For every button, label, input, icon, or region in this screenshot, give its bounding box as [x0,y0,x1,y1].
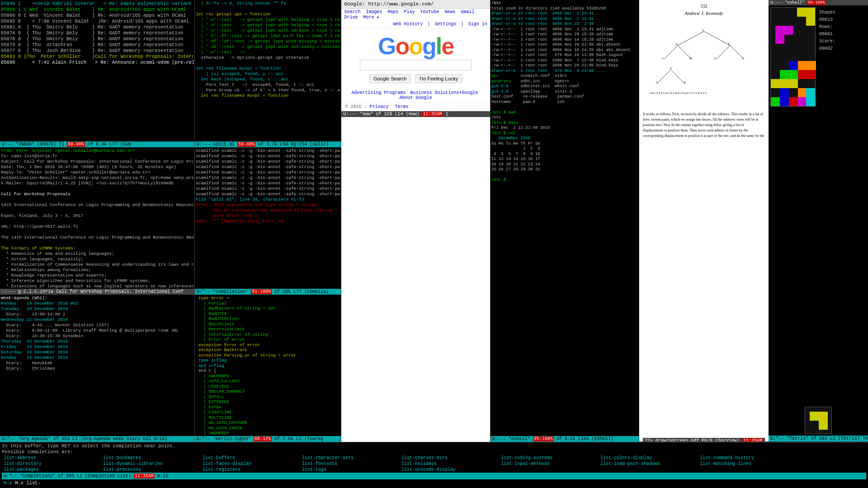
tetris-block-15 [798,61,816,70]
email-pct: 80-90% [67,142,85,147]
tetris-block-7 [789,97,798,106]
agenda-content: Week-agenda (W51): Monday 19 December 20… [0,295,194,436]
completion-list-matching-lines[interactable]: list-matching-lines [698,461,797,467]
google-ad-links: Advertising Programs Business Solutions+… [341,89,490,102]
completion-list-unicode-display[interactable]: list-unicode-display [400,467,499,473]
types-status: U:*-- *merlin-types* 00-12% of 7.6k L1 (… [195,436,341,442]
completion-list-buffers[interactable]: list-buffers [201,455,300,461]
completion-list-command-history[interactable]: list-command-history [698,455,797,461]
google-ad-programs[interactable]: Advertising Programs [351,90,406,95]
logo-g: G [378,33,395,59]
completion-list-load-path-shadows[interactable]: list-load-path-shadows [599,461,698,467]
completion-list-charset-dirs[interactable]: list-charset-dirs [400,455,499,461]
completion-list-tags[interactable]: list-tags [300,467,400,473]
bottom-prompt-line: In this buffer, type RET to select the c… [2,443,866,449]
split-status: U:--- split.ml 59-80% of 3.7k L59 Hg:234… [195,141,341,147]
comp-status-text: U:*-- *compilation* [197,289,251,294]
drawtrees-panel: 532 Andrew J. Kennedy A B E C [639,0,769,441]
tree-svg: A B E C D F G D O Q A B C D [643,18,765,108]
completion-list-fontsets[interactable]: list-fontsets [300,461,400,467]
svg-text:F: F [714,57,716,60]
google-nav-youtube[interactable]: YouTube [420,9,439,14]
completion-list-colors-display[interactable]: list-colors-display [599,455,698,461]
comp-status-end: of 18k L?? (Compila) [272,289,329,294]
tetris-status: U:*-- *Tetris* of 682 L1 (Tetris) Text11… [769,436,868,441]
drawtrees-author: Andrew J. Kennedy [643,10,765,16]
google-nav-drive[interactable]: Drive [344,15,358,20]
tetris-preview [769,405,868,436]
completion-list-abbrevs[interactable]: list-abbrevs [2,455,101,461]
agenda-text: Week-agenda (W51): Monday 19 December 20… [1,296,193,371]
eshell-status: U:--- *eshell* 95-100% of 9.1k L184 (ESh… [491,436,639,442]
svg-text:A: A [702,29,704,32]
completion-list-faces-display[interactable]: list-faces-display [201,461,300,467]
completion-list-packages[interactable]: list-packages [2,467,101,473]
google-signin[interactable]: Sign in [468,22,487,27]
google-nav-news[interactable]: News [445,9,456,14]
types-text: type error = | Partial | BadPattern of s… [196,296,340,436]
tetris-next-piece [805,407,832,434]
svg-line-4 [716,45,730,59]
bottom-info2: Possible completions are: [2,449,73,455]
google-url-bar: Google: http://www.google.com/ [341,0,490,9]
completion-list-coding-systems[interactable]: list-coding-systems [499,455,599,461]
minibuffer-prompt: M-x [4,480,15,486]
email-status-text: U:-- *INBOX* (65876) [1- [2,142,67,147]
drawtrees-body: It works as follows. First, recursively … [643,112,765,139]
panel-email: 65845 1 +nov16 Gabriel Scherer > Re: Emp… [0,0,195,442]
minibuffer-input[interactable]: M-x list- [15,480,41,486]
types-status-text: U:*-- *merlin-types* [197,436,254,441]
svg-text:D: D [689,57,692,60]
google-nav-gmail[interactable]: Gmail [461,9,475,14]
completion-list-bookmarks[interactable]: list-bookmarks [101,455,201,461]
completion-list-processes[interactable]: list-processes [101,467,201,473]
main-area: 65845 1 +nov16 Gabriel Scherer > Re: Emp… [0,0,868,442]
google-nav-more[interactable]: More ▸ [363,15,379,20]
eww-status: U:--- *eww* of 329 L14 (eww) 11:35AM 1 [341,111,490,117]
completions-time: 11:35AM [134,474,155,479]
completion-list-dynamic-libraries[interactable]: list-dynamic-libraries [101,461,201,467]
tetris-panel: U:--- *eshell* 95-100% [769,0,868,441]
panel-google: Google: http://www.google.com/ Search Im… [341,0,490,442]
compilation-status: U:*-- *compilation* 81-100% of 18k L?? (… [195,289,341,295]
top-right: 532 Andrew J. Kennedy A B E C [639,0,868,442]
svg-text:E: E [728,43,730,46]
minibuffer: M-x M-x list- [2,479,866,487]
google-nav-search[interactable]: Search [344,9,360,14]
panel-right: 532 Andrew J. Kennedy A B E C [639,0,868,442]
tetris-rows-label: Rows: [819,23,835,31]
google-lucky-button[interactable]: I'm Feeling Lucky [415,74,462,83]
svg-text:C: C [662,57,664,60]
google-about[interactable]: About Google [400,95,432,100]
google-nav-links[interactable]: Search Images Maps Play YouTube News Gma… [341,9,490,21]
eww-status-text: U:--- *eww* of 329 L14 (eww) [343,112,422,117]
svg-text:B: B [676,43,678,46]
completion-list-directory[interactable]: list-directory [2,461,101,467]
google-nav-images[interactable]: Images [366,9,382,14]
email-detail: From: Peter Schöller <peter.schöller@mar… [1,148,193,289]
completion-list-registers[interactable]: list-registers [201,467,300,473]
tetris-content: Shapes 00013 Rows: 00001 Score: 00082 [769,5,868,405]
completion-empty2 [599,467,698,473]
panel-code: | d::fs -> d, String.concat "" fs let re… [195,0,341,442]
drawtrees-page-num: 532 [643,4,765,9]
compilation-content: ocamlfind ocamlc -c -g -bin-annot -safe-… [195,147,341,289]
tetris-block-4 [784,26,793,35]
google-nav-maps[interactable]: Maps [387,9,398,14]
google-business[interactable]: Business Solutions+Google [410,90,478,95]
google-terms-link[interactable]: Terms [395,104,408,109]
logo-g2: g [422,33,436,59]
completion-empty3 [698,467,797,473]
google-settings[interactable]: Settings [435,22,457,27]
completion-list-holidays[interactable]: list-holidays [400,461,499,467]
completion-list-input-methods[interactable]: list-input-methods [499,461,599,467]
completion-list-character-sets[interactable]: list-character-sets [300,455,400,461]
google-nav-play[interactable]: Play [404,9,415,14]
google-search-button[interactable]: Google Search [369,74,410,83]
eww-status2: 1 [443,112,448,117]
google-privacy-link[interactable]: Privacy [369,104,388,109]
tetris-block-3 [775,26,784,44]
gnus-status: -:--- g.c.l.C.inria Call for Workshop Pr… [0,289,194,295]
google-search-input[interactable] [360,60,472,70]
google-webhistory[interactable]: Web History [393,22,423,27]
